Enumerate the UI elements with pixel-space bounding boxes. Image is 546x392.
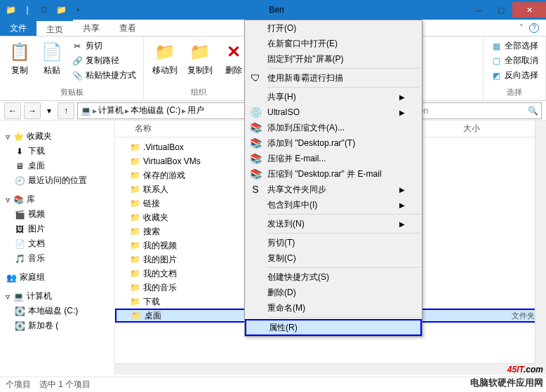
menu-item[interactable]: S共享文件夹同步▶	[245, 182, 422, 197]
star-icon: ⭐	[13, 131, 24, 142]
back-button[interactable]: ←	[4, 102, 21, 119]
moveto-label: 移动到	[152, 65, 178, 76]
menu-item[interactable]: 包含到库中(I)▶	[245, 197, 422, 212]
select-none-button[interactable]: ▢全部取消	[489, 54, 540, 67]
breadcrumb-disk[interactable]: 本地磁盘 (C:)▸	[131, 104, 186, 116]
menu-item[interactable]: 📚添加到 "Desktop.rar"(T)	[245, 135, 422, 151]
menu-item[interactable]: 📚压缩到 "Desktop.rar" 并 E-mail	[245, 166, 422, 182]
menu-label: 共享文件夹同步	[267, 184, 326, 196]
nav-favorites[interactable]: ▿⭐收藏夹	[0, 129, 114, 144]
expand-icon[interactable]: ▿	[6, 132, 10, 142]
chevron-up-icon[interactable]: ˄	[519, 23, 524, 33]
watermark: 45IT.com 电脑软硬件应用网	[470, 358, 543, 389]
statusbar: 个项目 选中 1 个项目	[0, 377, 546, 392]
folder-icon: 📁	[3, 2, 18, 18]
help-icon[interactable]: ?	[529, 23, 539, 33]
menu-item[interactable]: 重命名(M)	[245, 300, 422, 316]
paste-button[interactable]: 📄粘贴	[38, 39, 66, 78]
menu-item[interactable]: 共享(H)▶	[245, 89, 422, 104]
copy-path-button[interactable]: 🔗复制路径	[70, 54, 138, 67]
search-input[interactable]: en 🔍	[415, 102, 542, 119]
menu-label: 添加到压缩文件(A)...	[267, 122, 345, 134]
folder-icon: 📁	[129, 212, 140, 223]
menu-item[interactable]: 打开(O)	[245, 20, 422, 36]
tab-share[interactable]: 共享	[73, 20, 109, 36]
nav-homegroup[interactable]: 👥家庭组	[0, 270, 114, 285]
menu-item[interactable]: 固定到"开始"屏幕(P)	[245, 51, 422, 67]
nav-downloads[interactable]: ⬇下载	[0, 144, 114, 158]
copyto-button[interactable]: 📁复制到	[185, 39, 215, 78]
expand-icon[interactable]: ▿	[6, 195, 10, 205]
menu-item[interactable]: 属性(R)	[245, 319, 422, 336]
new-folder-icon[interactable]: 📁	[53, 2, 69, 18]
nav-recent[interactable]: 🕘最近访问的位置	[0, 173, 114, 188]
menu-item[interactable]: 删除(D)	[245, 285, 422, 300]
cut-button[interactable]: ✂剪切	[70, 39, 138, 53]
breadcrumb-computer[interactable]: 计算机▸	[98, 104, 129, 116]
file-name: 桌面	[145, 310, 161, 322]
menu-label: 剪切(T)	[267, 237, 295, 249]
history-dropdown[interactable]: ▾	[44, 102, 55, 119]
breadcrumb-users[interactable]: 用户	[187, 104, 204, 116]
nav-computer-label: 计算机	[27, 290, 52, 302]
tab-view[interactable]: 查看	[109, 20, 146, 36]
menu-item[interactable]: 📚压缩并 E-mail...	[245, 151, 422, 166]
menu-item[interactable]: 创建快捷方式(S)	[245, 269, 422, 285]
nav-computer[interactable]: ▿💻计算机	[0, 289, 114, 304]
select-all-button[interactable]: ▦全部选择	[489, 39, 540, 53]
nav-libraries[interactable]: ▿📚库	[0, 192, 114, 207]
col-size[interactable]: 大小	[452, 123, 494, 135]
menu-item[interactable]: 💿UltraISO▶	[245, 104, 422, 120]
select-invert-button[interactable]: ◩反向选择	[489, 69, 540, 82]
tab-file[interactable]: 文件	[0, 20, 36, 36]
minimize-button[interactable]: —	[467, 2, 490, 18]
status-count-label: 个项目	[6, 379, 31, 389]
up-button[interactable]: ↑	[58, 102, 74, 119]
qat-dropdown-icon[interactable]: ▼	[70, 2, 86, 18]
nav-downloads-label: 下载	[28, 145, 45, 157]
expand-icon[interactable]: ▿	[6, 292, 10, 302]
watermark-sub: 电脑软硬件应用网	[470, 377, 543, 389]
navigation-pane: ▿⭐收藏夹 ⬇下载 🖥桌面 🕘最近访问的位置 ▿📚库 🎬视频 🖼图片 📄文档 🎵…	[0, 121, 115, 374]
vertical-scrollbar[interactable]	[535, 121, 546, 374]
nav-localdisk[interactable]: 💽本地磁盘 (C:)	[0, 304, 114, 318]
menu-item[interactable]: 剪切(T)	[245, 235, 422, 250]
moveto-button[interactable]: 📁移动到	[149, 39, 180, 78]
menu-label: 复制(C)	[267, 252, 296, 264]
menu-item[interactable]: 在新窗口中打开(E)	[245, 36, 422, 51]
paste-shortcut-button[interactable]: 📎粘贴快捷方式	[70, 69, 138, 82]
menu-label: 重命名(M)	[267, 302, 305, 314]
copyto-icon: 📁	[189, 41, 211, 63]
menu-label: 添加到 "Desktop.rar"(T)	[267, 137, 355, 149]
properties-icon[interactable]: 🗋	[36, 2, 52, 18]
submenu-arrow-icon: ▶	[399, 186, 405, 194]
nav-documents[interactable]: 📄文档	[0, 236, 114, 251]
status-count: 个项目	[6, 379, 31, 391]
breadcrumb-root[interactable]: 💻▸	[81, 106, 97, 116]
disk-icon: 💽	[14, 306, 25, 317]
nav-desktop[interactable]: 🖥桌面	[0, 158, 114, 173]
tab-home[interactable]: 主页	[36, 20, 73, 36]
menu-item[interactable]: 🛡使用新毒霸进行扫描	[245, 70, 422, 86]
nav-pictures[interactable]: 🖼图片	[0, 222, 114, 236]
nav-libraries-label: 库	[27, 194, 35, 205]
nav-newvolume[interactable]: 💽新加卷 (	[0, 318, 114, 333]
nav-videos[interactable]: 🎬视频	[0, 207, 114, 222]
nav-music[interactable]: 🎵音乐	[0, 251, 114, 266]
forward-button[interactable]: →	[24, 102, 41, 119]
menu-icon: S	[249, 183, 262, 196]
menu-icon: 📚	[249, 152, 262, 165]
bc-computer-label: 计算机	[98, 104, 124, 116]
menu-item[interactable]: 📚添加到压缩文件(A)...	[245, 120, 422, 135]
library-icon: 📚	[13, 194, 24, 205]
delete-button[interactable]: ✕删除	[220, 39, 248, 78]
close-button[interactable]: ✕	[512, 2, 546, 18]
copy-button[interactable]: 📋复制	[6, 39, 34, 78]
file-name: VirtualBox VMs	[143, 156, 201, 166]
menu-label: 压缩到 "Desktop.rar" 并 E-mail	[267, 168, 382, 180]
menu-item[interactable]: 发送到(N)▶	[245, 216, 422, 231]
menu-item[interactable]: 复制(C)	[245, 250, 422, 266]
maximize-button[interactable]: ▢	[490, 2, 512, 18]
select-none-icon: ▢	[491, 55, 502, 67]
paste-label: 粘贴	[44, 65, 60, 76]
